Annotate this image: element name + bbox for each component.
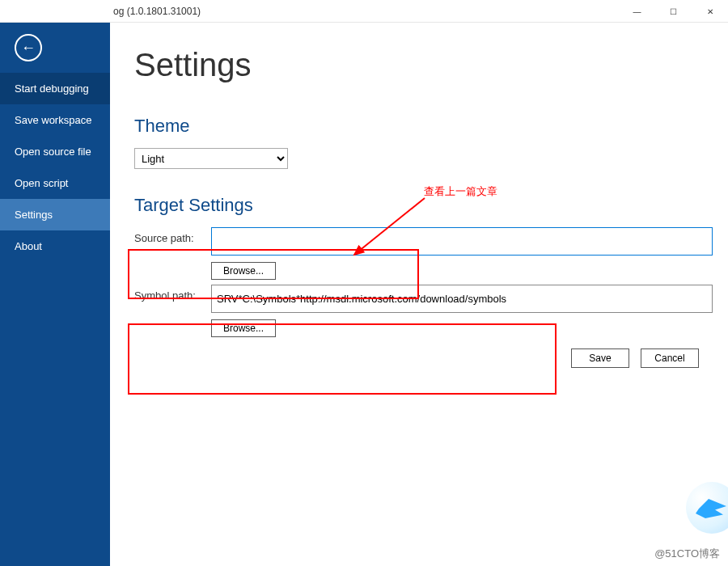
source-path-browse-button[interactable]: Browse...	[211, 262, 276, 280]
target-settings-section-title: Target Settings	[134, 195, 712, 216]
source-path-input[interactable]	[211, 227, 713, 256]
cancel-button[interactable]: Cancel	[641, 348, 699, 368]
sidebar-item-open-script[interactable]: Open script	[0, 167, 110, 199]
watermark-text: @51CTO博客	[654, 547, 720, 561]
page-title: Settings	[134, 47, 712, 83]
window-titlebar: og (1.0.1801.31001) — ☐ ✕	[0, 0, 728, 23]
sidebar-item-start-debugging[interactable]: Start debugging	[0, 73, 110, 104]
sidebar-item-settings[interactable]: Settings	[0, 199, 110, 230]
symbol-path-label: Symbol path:	[134, 285, 211, 302]
sidebar: ← Start debugging Save workspace Open so…	[0, 23, 110, 566]
save-button[interactable]: Save	[571, 348, 629, 368]
window-controls: — ☐ ✕	[619, 0, 728, 23]
symbol-path-browse-button[interactable]: Browse...	[211, 319, 276, 337]
target-settings-table: Source path: Browse... Symbol path: Brow…	[134, 227, 712, 337]
symbol-path-row: Symbol path: Browse...	[134, 285, 712, 337]
window-title: og (1.0.1801.31001)	[113, 6, 201, 17]
source-path-row: Source path: Browse...	[134, 227, 712, 280]
close-button[interactable]: ✕	[692, 0, 728, 23]
action-row: Save Cancel	[134, 348, 712, 368]
source-path-label: Source path:	[134, 227, 211, 244]
back-button[interactable]: ←	[15, 34, 42, 61]
sidebar-item-open-source-file[interactable]: Open source file	[0, 136, 110, 167]
theme-section-title: Theme	[134, 116, 712, 137]
sidebar-item-save-workspace[interactable]: Save workspace	[0, 104, 110, 136]
back-arrow-icon: ←	[21, 40, 36, 55]
theme-select[interactable]: Light	[134, 148, 288, 169]
bird-icon	[696, 496, 728, 521]
content-area: Settings Theme Light Target Settings Sou…	[110, 23, 728, 566]
back-row: ←	[0, 23, 110, 73]
maximize-button[interactable]: ☐	[655, 0, 692, 23]
symbol-path-input[interactable]	[211, 285, 713, 313]
annotation-text: 查看上一篇文章	[424, 184, 497, 199]
sidebar-item-about[interactable]: About	[0, 230, 110, 262]
minimize-button[interactable]: —	[619, 0, 655, 23]
